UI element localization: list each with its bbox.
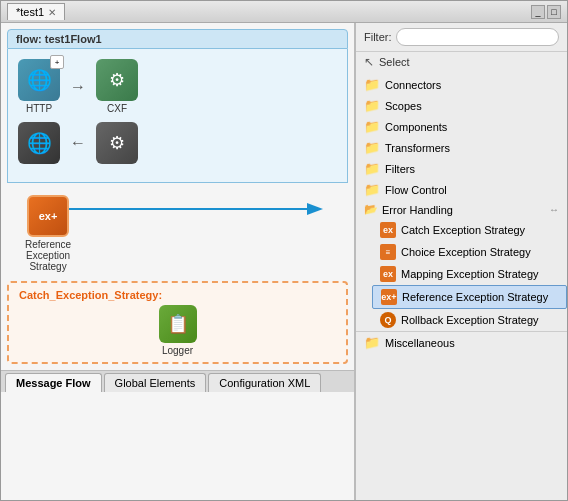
flow-control-label: Flow Control: [385, 184, 447, 196]
tab-global-elements[interactable]: Global Elements: [104, 373, 207, 392]
folder-filters-icon: 📁: [364, 161, 380, 176]
soap-node-1[interactable]: ⚙ CXF: [96, 59, 138, 114]
expand-icon: ↔: [549, 204, 559, 215]
transformers-label: Transformers: [385, 142, 450, 154]
reference-label: Reference Exception Strategy: [402, 291, 548, 303]
logger-icon: 📋: [159, 305, 197, 343]
bottom-tabs: Message Flow Global Elements Configurati…: [1, 370, 354, 392]
maximize-button[interactable]: □: [547, 5, 561, 19]
palette-catch-exception[interactable]: ex Catch Exception Strategy: [372, 219, 567, 241]
palette-error-handling: 📂 Error Handling ↔ ex Catch Exception St…: [356, 200, 567, 331]
flow-row-2: 🌐 ← ⚙: [18, 122, 337, 164]
misc-label: Miscellaneous: [385, 337, 455, 349]
soap-node-2[interactable]: ⚙: [96, 122, 138, 164]
logger-glyph: 📋: [167, 313, 189, 335]
folder-error-icon: 📂: [364, 203, 378, 216]
palette-rollback-exception[interactable]: Q Rollback Exception Strategy: [372, 309, 567, 331]
filters-label: Filters: [385, 163, 415, 175]
flow-canvas[interactable]: 🌐 + HTTP → ⚙ CXF: [7, 49, 348, 183]
cursor-icon: ↖: [364, 55, 374, 69]
ref-exception-icon: ex+: [27, 195, 69, 237]
soap-label-1: CXF: [107, 103, 127, 114]
ref-icon-label: ex+: [39, 210, 58, 222]
folder-scopes-icon: 📁: [364, 98, 380, 113]
ref-exception-area: ex+ ReferenceExceptionStrategy: [7, 187, 348, 277]
canvas-area: flow: test1Flow1 🌐 + HTTP → ⚙: [1, 23, 355, 500]
globe-icon-1: 🌐: [27, 68, 52, 92]
arrow-2: ←: [70, 134, 86, 152]
catch-exception-area: Catch_Exception_Strategy: 📋 Logger: [7, 281, 348, 364]
flow-row-1: 🌐 + HTTP → ⚙ CXF: [18, 59, 337, 114]
select-label: Select: [379, 56, 410, 68]
http-icon-2: 🌐: [18, 122, 60, 164]
error-handling-header[interactable]: 📂 Error Handling ↔: [356, 200, 567, 219]
catch-icon: ex: [380, 222, 396, 238]
folder-transformers-icon: 📁: [364, 140, 380, 155]
folder-misc-icon: 📁: [364, 335, 380, 350]
palette-list: 📁 Connectors 📁 Scopes 📁 Components 📁 Tra…: [356, 72, 567, 500]
title-bar: *test1 ✕ _ □: [1, 1, 567, 23]
tab-label: *test1: [16, 6, 44, 18]
gear-icon-2: ⚙: [109, 132, 125, 154]
filter-label: Filter:: [364, 31, 392, 43]
main-window: *test1 ✕ _ □ flow: test1Flow1 🌐 +: [0, 0, 568, 501]
mapping-label: Mapping Exception Strategy: [401, 268, 539, 280]
editor-tab[interactable]: *test1 ✕: [7, 3, 65, 20]
rollback-label: Rollback Exception Strategy: [401, 314, 539, 326]
palette-mapping-exception[interactable]: ex Mapping Exception Strategy: [372, 263, 567, 285]
globe-icon-2: 🌐: [27, 131, 52, 155]
filter-input[interactable]: [396, 28, 560, 46]
folder-connectors-icon: 📁: [364, 77, 380, 92]
mapping-icon: ex: [380, 266, 396, 282]
filter-bar: Filter:: [356, 23, 567, 52]
http-node-2[interactable]: 🌐: [18, 122, 60, 164]
soap-icon-2: ⚙: [96, 122, 138, 164]
components-label: Components: [385, 121, 447, 133]
flow-header: flow: test1Flow1: [7, 29, 348, 49]
ref-exception-label: ReferenceExceptionStrategy: [25, 239, 71, 272]
choice-icon: ≡: [380, 244, 396, 260]
right-panel: Filter: ↖ Select 📁 Connectors 📁 Scopes: [355, 23, 567, 500]
catch-label: Catch Exception Strategy: [401, 224, 525, 236]
palette-scopes[interactable]: 📁 Scopes: [356, 95, 567, 116]
reference-icon: ex+: [381, 289, 397, 305]
soap-icon-1: ⚙: [96, 59, 138, 101]
palette-flow-control[interactable]: 📁 Flow Control: [356, 179, 567, 200]
error-handling-children: ex Catch Exception Strategy ≡ Choice Exc…: [356, 219, 567, 331]
folder-components-icon: 📁: [364, 119, 380, 134]
scopes-label: Scopes: [385, 100, 422, 112]
catch-header: Catch_Exception_Strategy:: [19, 289, 336, 301]
connectors-label: Connectors: [385, 79, 441, 91]
palette-miscellaneous[interactable]: 📁 Miscellaneous: [356, 331, 567, 353]
ref-exception-node[interactable]: ex+ ReferenceExceptionStrategy: [25, 195, 71, 272]
logger-label: Logger: [162, 345, 193, 356]
tab-message-flow[interactable]: Message Flow: [5, 373, 102, 392]
palette-transformers[interactable]: 📁 Transformers: [356, 137, 567, 158]
node-badge-1: +: [50, 55, 64, 69]
palette-connectors[interactable]: 📁 Connectors: [356, 74, 567, 95]
gear-icon-1: ⚙: [109, 69, 125, 91]
palette-reference-exception[interactable]: ex+ Reference Exception Strategy: [372, 285, 567, 309]
minimize-button[interactable]: _: [531, 5, 545, 19]
http-label-1: HTTP: [26, 103, 52, 114]
tab-config-xml[interactable]: Configuration XML: [208, 373, 321, 392]
main-area: flow: test1Flow1 🌐 + HTTP → ⚙: [1, 23, 567, 500]
rollback-icon: Q: [380, 312, 396, 328]
arrow-1: →: [70, 78, 86, 96]
tab-close-icon[interactable]: ✕: [48, 7, 56, 18]
logger-node[interactable]: 📋 Logger: [19, 305, 336, 356]
folder-flow-control-icon: 📁: [364, 182, 380, 197]
window-controls: _ □: [531, 5, 561, 19]
select-row: ↖ Select: [356, 52, 567, 72]
palette-components[interactable]: 📁 Components: [356, 116, 567, 137]
palette-filters[interactable]: 📁 Filters: [356, 158, 567, 179]
http-node-1[interactable]: 🌐 + HTTP: [18, 59, 60, 114]
http-icon-1: 🌐 +: [18, 59, 60, 101]
palette-choice-exception[interactable]: ≡ Choice Exception Strategy: [372, 241, 567, 263]
choice-label: Choice Exception Strategy: [401, 246, 531, 258]
error-handling-label: Error Handling: [382, 204, 453, 216]
